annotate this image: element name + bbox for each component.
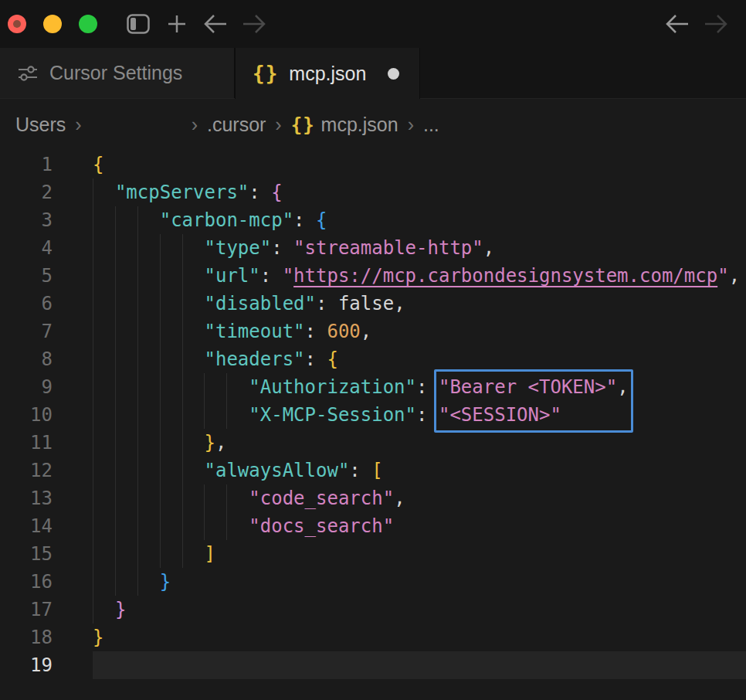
code-line-7[interactable]: 7"timeout": 600, bbox=[0, 318, 746, 345]
breadcrumb-item-users[interactable]: Users bbox=[15, 114, 66, 136]
code-content[interactable]: "alwaysAllow": [ bbox=[93, 457, 746, 484]
indent-guide bbox=[182, 540, 183, 568]
code-content[interactable]: "docs_search" bbox=[93, 512, 746, 540]
code-line-11[interactable]: 11}, bbox=[0, 429, 746, 457]
line-number: 3 bbox=[0, 206, 93, 234]
code-line-3[interactable]: 3"carbon-mcp": { bbox=[0, 206, 746, 234]
breadcrumb-item--cursor[interactable]: .cursor bbox=[207, 114, 266, 136]
token-b1: ] bbox=[204, 543, 215, 565]
code-line-12[interactable]: 12"alwaysAllow": [ bbox=[0, 457, 746, 484]
indent-guide bbox=[93, 512, 93, 540]
token-b3: } bbox=[160, 571, 171, 593]
indent-guide bbox=[137, 568, 138, 596]
token-b3: { bbox=[316, 209, 327, 231]
token-key: "timeout" bbox=[204, 321, 304, 342]
new-tab-icon[interactable] bbox=[161, 8, 192, 39]
modified-dot[interactable] bbox=[388, 68, 399, 80]
indent-guide bbox=[160, 318, 161, 345]
indent-guide bbox=[160, 234, 161, 262]
token-url: https://mcp.carbondesignsystem.com/mcp bbox=[293, 265, 717, 287]
indent-guide bbox=[115, 318, 116, 345]
code-content[interactable]: } bbox=[93, 568, 746, 596]
code-content[interactable]: "url": "https://mcp.carbondesignsystem.c… bbox=[93, 262, 746, 290]
token-punc: : bbox=[305, 348, 327, 370]
code-content[interactable]: { bbox=[93, 151, 746, 178]
code-content[interactable]: "disabled": false, bbox=[93, 290, 746, 318]
editor[interactable]: 1{2"mcpServers": {3"carbon-mcp": {4"type… bbox=[0, 151, 746, 700]
code-line-9[interactable]: 9"Authorization": "Bearer <TOKEN>", bbox=[0, 373, 746, 401]
code-line-8[interactable]: 8"headers": { bbox=[0, 345, 746, 373]
indent-guide bbox=[160, 512, 161, 540]
chevron-right-icon: › bbox=[192, 114, 198, 136]
token-punc: : bbox=[316, 293, 338, 314]
code-content[interactable]: } bbox=[93, 624, 746, 651]
token-punc: , bbox=[361, 321, 371, 342]
indent-guide bbox=[115, 512, 116, 540]
line-number: 10 bbox=[0, 401, 93, 429]
breadcrumb-item-mcp-json[interactable]: {}mcp.json bbox=[291, 114, 398, 136]
code-content[interactable]: ] bbox=[93, 540, 746, 568]
code-content[interactable]: "timeout": 600, bbox=[93, 318, 746, 345]
history-forward-icon[interactable] bbox=[239, 8, 270, 39]
breadcrumb-item--[interactable]: ... bbox=[423, 114, 439, 136]
token-punc: : bbox=[249, 182, 271, 203]
indent-guide bbox=[160, 345, 161, 373]
code-line-10[interactable]: 10"X-MCP-Session": "<SESSION>" bbox=[0, 401, 746, 429]
sliders-icon bbox=[17, 63, 39, 83]
token-b1: { bbox=[93, 154, 103, 175]
breadcrumb-label: .cursor bbox=[207, 114, 266, 136]
chevron-right-icon: › bbox=[75, 114, 81, 136]
code-line-16[interactable]: 16} bbox=[0, 568, 746, 596]
indent-guide bbox=[137, 345, 138, 373]
app-window: Cursor Settings{}mcp.json Users››.cursor… bbox=[0, 0, 746, 700]
breadcrumb-label: Users bbox=[15, 114, 66, 136]
history-back-icon[interactable] bbox=[200, 8, 231, 39]
code-line-6[interactable]: 6"disabled": false, bbox=[0, 290, 746, 318]
code-content[interactable]: "headers": { bbox=[93, 345, 746, 373]
minimize-window-button[interactable] bbox=[43, 15, 62, 33]
token-punc: : bbox=[293, 209, 316, 231]
code-content[interactable]: "mcpServers": { bbox=[93, 178, 746, 206]
indent-guide bbox=[137, 234, 138, 262]
code-content[interactable]: "carbon-mcp": { bbox=[93, 206, 746, 234]
indent-guide bbox=[137, 373, 138, 401]
line-number: 4 bbox=[0, 234, 93, 262]
code-content[interactable]: "code_search", bbox=[93, 484, 746, 512]
code-line-2[interactable]: 2"mcpServers": { bbox=[0, 178, 746, 206]
code-line-14[interactable]: 14"docs_search" bbox=[0, 512, 746, 540]
code-content[interactable]: "Authorization": "Bearer <TOKEN>", bbox=[93, 373, 746, 401]
nav-back-icon[interactable] bbox=[662, 8, 693, 39]
code-content[interactable]: "type": "streamable-http", bbox=[93, 234, 746, 262]
token-punc: , bbox=[483, 237, 494, 259]
code-line-13[interactable]: 13"code_search", bbox=[0, 484, 746, 512]
code-line-15[interactable]: 15] bbox=[0, 540, 746, 568]
code-content[interactable]: "X-MCP-Session": "<SESSION>" bbox=[93, 401, 746, 429]
zoom-window-button[interactable] bbox=[79, 15, 97, 33]
indent-guide bbox=[226, 484, 227, 512]
code-content[interactable]: } bbox=[93, 596, 746, 624]
token-key: "alwaysAllow" bbox=[204, 460, 349, 481]
code-line-5[interactable]: 5"url": "https://mcp.carbondesignsystem.… bbox=[0, 262, 746, 290]
titlebar bbox=[0, 0, 746, 48]
breadcrumb-label: ... bbox=[423, 114, 439, 136]
tab-mcp-json[interactable]: {}mcp.json bbox=[235, 48, 420, 99]
indent-guide bbox=[115, 401, 116, 429]
line-number: 14 bbox=[0, 512, 93, 540]
nav-forward-icon[interactable] bbox=[700, 8, 731, 39]
json-braces-icon: {} bbox=[291, 114, 315, 136]
code-line-4[interactable]: 4"type": "streamable-http", bbox=[0, 234, 746, 262]
code-line-19[interactable]: 19 bbox=[0, 651, 746, 679]
indent-guide bbox=[160, 290, 161, 318]
tab-cursor-settings[interactable]: Cursor Settings bbox=[0, 48, 235, 98]
code-content[interactable]: }, bbox=[93, 429, 746, 457]
code-line-18[interactable]: 18} bbox=[0, 624, 746, 651]
code-content[interactable] bbox=[93, 651, 746, 679]
indent-guide bbox=[93, 234, 93, 262]
sidebar-toggle-icon[interactable] bbox=[123, 8, 154, 39]
code-line-17[interactable]: 17} bbox=[0, 596, 746, 624]
token-str: "<SESSION>" bbox=[439, 404, 561, 426]
code-line-1[interactable]: 1{ bbox=[0, 151, 746, 178]
close-window-button[interactable] bbox=[8, 15, 26, 33]
token-key: "headers" bbox=[204, 348, 304, 370]
indent-guide bbox=[182, 512, 183, 540]
